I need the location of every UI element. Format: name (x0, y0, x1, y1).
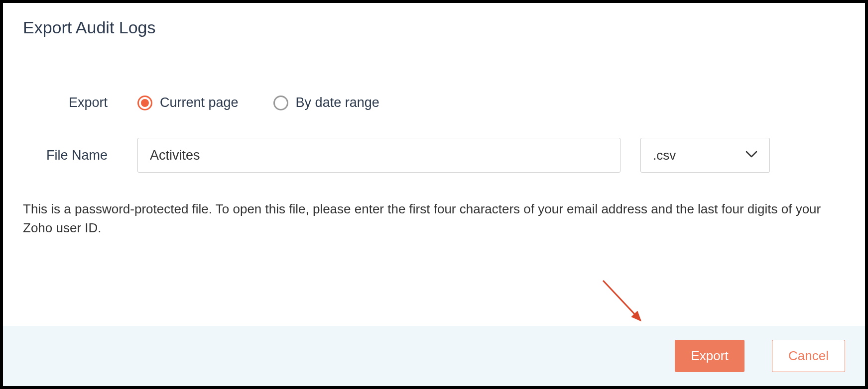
dialog-footer: Export Cancel (3, 326, 865, 386)
export-button[interactable]: Export (675, 340, 744, 372)
dialog-body: Export Current page By date range File N… (3, 50, 865, 326)
export-radio-group: Current page By date range (137, 95, 379, 110)
export-label: Export (23, 95, 137, 110)
radio-unselected-icon (273, 96, 288, 110)
file-name-row: File Name .csv (23, 138, 845, 173)
export-type-row: Export Current page By date range (23, 95, 845, 110)
radio-by-date-range[interactable]: By date range (273, 95, 379, 110)
file-extension-select[interactable]: .csv (640, 138, 770, 173)
radio-current-page[interactable]: Current page (137, 95, 239, 110)
chevron-down-icon (745, 151, 757, 160)
radio-current-page-label: Current page (160, 95, 239, 110)
file-extension-value: .csv (653, 148, 676, 163)
file-name-input-group: .csv (137, 138, 845, 173)
cancel-button[interactable]: Cancel (772, 340, 845, 372)
password-info-text: This is a password-protected file. To op… (23, 200, 845, 237)
file-name-input[interactable] (137, 138, 620, 173)
radio-selected-icon (137, 96, 152, 110)
dialog-header: Export Audit Logs (3, 3, 865, 50)
file-name-label: File Name (23, 148, 137, 163)
export-audit-logs-dialog: Export Audit Logs Export Current page By… (0, 0, 868, 389)
dialog-title: Export Audit Logs (23, 18, 845, 37)
radio-by-date-range-label: By date range (296, 95, 379, 110)
